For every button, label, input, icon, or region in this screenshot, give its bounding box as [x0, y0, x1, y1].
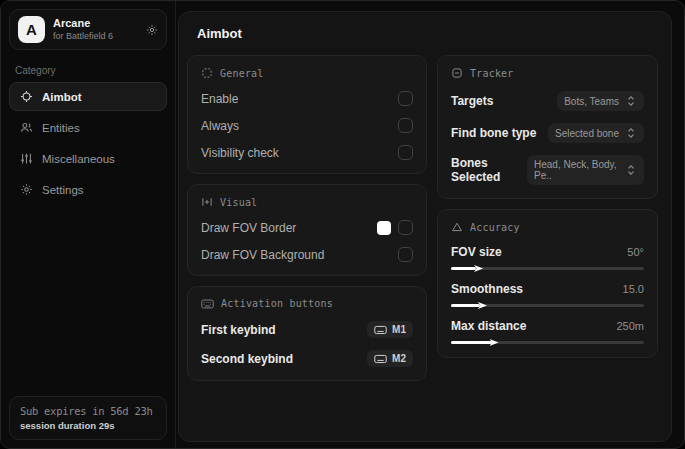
card-title: Visual — [220, 197, 257, 208]
chevron-updown-icon — [625, 127, 637, 139]
smoothness-slider[interactable] — [451, 304, 644, 307]
activation-card: Activation buttons First keybind M1 Seco… — [187, 286, 427, 381]
setting-label: Draw FOV Border — [201, 221, 296, 235]
draw-fov-background-checkbox[interactable] — [398, 247, 413, 262]
sidebar-item-label: Entities — [42, 122, 80, 134]
dropdown-value: Selected bone — [555, 128, 619, 139]
sidebar: A Arcane for Battlefield 6 Category Aimb… — [1, 1, 176, 448]
keyboard-icon — [201, 299, 214, 309]
setting-label: Draw FOV Background — [201, 248, 324, 262]
sidebar-item-label: Miscellaneous — [42, 153, 115, 165]
draw-fov-border-checkbox[interactable] — [398, 220, 413, 235]
card-title: Activation buttons — [221, 298, 333, 309]
setting-label: Smoothness — [451, 282, 523, 296]
dropdown-value: Head, Neck, Body, Pe.. — [534, 159, 619, 181]
general-card: General Enable Always Visibility check — [187, 55, 427, 174]
sidebar-item-miscellaneous[interactable]: Miscellaneous — [9, 144, 167, 173]
always-checkbox[interactable] — [398, 118, 413, 133]
fov-size-slider[interactable] — [451, 267, 644, 270]
tracker-card: Tracker Targets Bots, Teams Find bone ty… — [437, 55, 658, 199]
setting-label: Enable — [201, 92, 238, 106]
setting-label: Bones Selected — [451, 156, 527, 184]
setting-label: FOV size — [451, 245, 502, 259]
sidebar-item-label: Aimbot — [42, 91, 82, 103]
slider-thumb[interactable] — [474, 264, 483, 273]
content-panel: Aimbot General Enable Alw — [178, 11, 672, 442]
visual-card: Visual Draw FOV Border Draw FOV Backgrou… — [187, 184, 427, 276]
max-distance-slider[interactable] — [451, 341, 644, 344]
enable-checkbox[interactable] — [398, 91, 413, 106]
chevron-updown-icon — [625, 95, 637, 107]
square-minus-icon — [451, 67, 463, 79]
card-title: Tracker — [470, 68, 514, 79]
card-title: Accuracy — [470, 222, 520, 233]
entities-icon — [20, 121, 33, 134]
sliders-icon — [201, 196, 213, 208]
max-distance-setting: Max distance 250m — [451, 319, 644, 344]
app-logo: A — [18, 16, 45, 43]
keybind-value: M2 — [392, 353, 406, 364]
setting-label: Visibility check — [201, 146, 279, 160]
triangle-icon — [451, 221, 463, 233]
keyboard-icon — [374, 325, 387, 335]
sidebar-item-settings[interactable]: Settings — [9, 175, 167, 204]
app-subtitle: for Battlefield 6 — [53, 31, 138, 42]
gear-icon — [20, 183, 33, 196]
dashed-square-icon — [201, 67, 213, 79]
fov-size-setting: FOV size 50° — [451, 245, 644, 270]
gear-icon[interactable] — [146, 24, 158, 36]
setting-label: First keybind — [201, 323, 276, 337]
color-swatch[interactable] — [377, 221, 391, 235]
slider-thumb[interactable] — [490, 338, 499, 347]
keyboard-icon — [374, 354, 387, 364]
setting-label: Max distance — [451, 319, 526, 333]
second-keybind-button[interactable]: M2 — [367, 350, 413, 367]
find-bone-type-dropdown[interactable]: Selected bone — [548, 123, 644, 143]
session-duration-text: session duration 29s — [20, 420, 156, 431]
sidebar-item-label: Settings — [42, 184, 84, 196]
main-area: Aimbot General Enable Alw — [176, 1, 684, 448]
visibility-check-checkbox[interactable] — [398, 145, 413, 160]
slider-thumb[interactable] — [478, 301, 487, 310]
setting-label: Second keybind — [201, 352, 293, 366]
left-column: General Enable Always Visibility check — [187, 55, 427, 381]
keybind-value: M1 — [392, 324, 406, 335]
slider-value: 50° — [627, 246, 644, 258]
card-title: General — [220, 68, 264, 79]
slider-value: 15.0 — [623, 283, 644, 295]
subscription-status: Sub expires in 56d 23h session duration … — [9, 396, 167, 440]
setting-label: Find bone type — [451, 126, 536, 140]
sub-expires-text: Sub expires in 56d 23h — [20, 405, 156, 417]
app-window: A Arcane for Battlefield 6 Category Aimb… — [0, 0, 685, 449]
setting-label: Always — [201, 119, 239, 133]
targets-dropdown[interactable]: Bots, Teams — [557, 91, 644, 111]
sidebar-item-aimbot[interactable]: Aimbot — [9, 82, 167, 111]
bones-selected-dropdown[interactable]: Head, Neck, Body, Pe.. — [527, 155, 644, 185]
smoothness-setting: Smoothness 15.0 — [451, 282, 644, 307]
slider-value: 250m — [616, 320, 644, 332]
category-label: Category — [15, 65, 161, 76]
app-title: Arcane — [53, 17, 138, 31]
crosshair-icon — [20, 90, 33, 103]
right-column: Tracker Targets Bots, Teams Find bone ty… — [437, 55, 658, 381]
accuracy-card: Accuracy FOV size 50° — [437, 209, 658, 358]
dropdown-value: Bots, Teams — [564, 96, 619, 107]
sidebar-item-entities[interactable]: Entities — [9, 113, 167, 142]
first-keybind-button[interactable]: M1 — [367, 321, 413, 338]
sidebar-nav: Aimbot Entities Miscellaneous Settings — [1, 82, 175, 204]
page-title: Aimbot — [197, 26, 667, 41]
brand-card: A Arcane for Battlefield 6 — [9, 9, 167, 50]
chevron-updown-icon — [625, 164, 637, 176]
misc-sliders-icon — [20, 152, 33, 165]
setting-label: Targets — [451, 94, 493, 108]
